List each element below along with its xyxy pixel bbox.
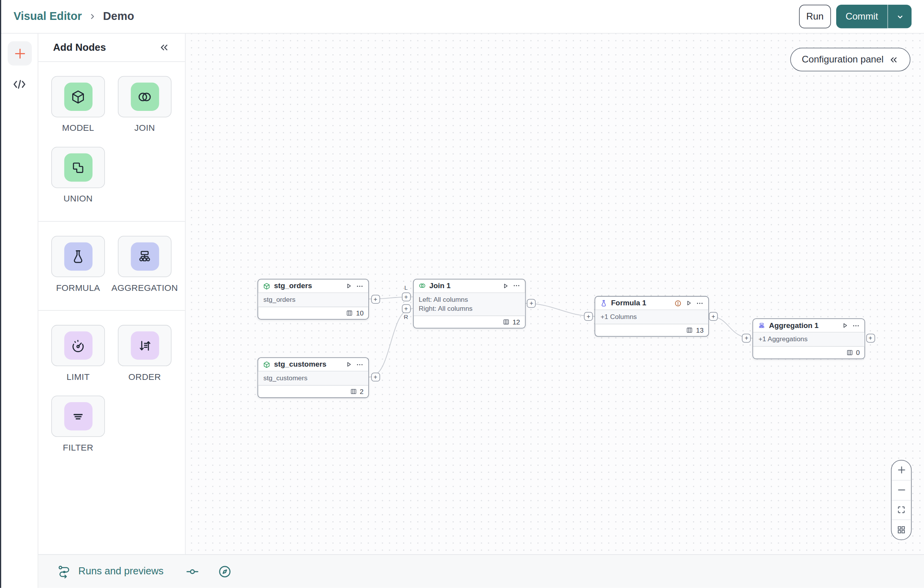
commit-button[interactable]: Commit (836, 5, 888, 28)
fit-view-icon (896, 505, 906, 515)
play-icon[interactable] (502, 282, 509, 289)
fit-view-button[interactable] (892, 500, 911, 520)
play-icon[interactable] (345, 282, 352, 289)
tile-group-transforms: FORMULA AGGREGATION (38, 222, 185, 311)
bottom-bar: Runs and previews (38, 554, 924, 588)
runs-and-previews-button[interactable]: Runs and previews (78, 565, 163, 577)
node-body: +1 Columns (595, 310, 708, 324)
formula-flask-icon (70, 249, 86, 265)
handle-join-right-in[interactable]: + (402, 304, 410, 313)
join-circles-icon (418, 282, 426, 290)
canvas-node-join-1[interactable]: Join 1 Left: All columns Right: All colu… (413, 279, 525, 328)
canvas-node-formula-1[interactable]: Formula 1 +1 Columns 13 (595, 296, 709, 337)
tile-aggregation[interactable]: AGGREGATION (118, 236, 171, 292)
filter-lines-icon (70, 408, 86, 424)
join-right-handle-label: R (402, 314, 410, 320)
add-nodes-panel: Add Nodes MODEL JOIN (38, 34, 186, 554)
tile-label: JOIN (134, 123, 155, 133)
handle-stg-customers-out[interactable]: + (371, 372, 380, 381)
tile-label: ORDER (128, 371, 161, 381)
node-menu-icon[interactable] (696, 299, 704, 307)
commit-node-icon[interactable] (185, 565, 199, 578)
node-menu-icon[interactable] (512, 282, 520, 290)
node-footer: 0 (753, 347, 864, 358)
canvas-node-stg-orders[interactable]: stg_orders stg_orders 10 (258, 279, 369, 319)
node-menu-icon[interactable] (852, 322, 860, 330)
code-view-button[interactable] (7, 76, 32, 93)
visual-editor-app: Visual Editor Demo Run Commit Add Nodes (0, 0, 924, 588)
join-right-config: Right: All columns (419, 304, 519, 313)
commit-dropdown-button[interactable] (887, 5, 912, 28)
add-nodes-title: Add Nodes (53, 41, 106, 53)
handle-aggregation-in[interactable]: + (742, 334, 751, 343)
canvas-node-aggregation-1[interactable]: Aggregation 1 +1 Aggregations 0 (753, 319, 865, 359)
compass-icon[interactable] (217, 564, 232, 579)
tile-order[interactable]: ORDER (118, 325, 171, 381)
node-footer: 2 (258, 386, 368, 397)
order-sort-icon (137, 338, 153, 354)
plus-icon (12, 46, 27, 61)
warning-icon[interactable] (674, 299, 682, 307)
handle-formula-in[interactable]: + (584, 312, 593, 321)
node-body: Left: All columns Right: All columns (413, 293, 524, 316)
tile-group-refinements: LIMIT ORDER FILTER (38, 311, 185, 470)
node-menu-icon[interactable] (356, 282, 364, 290)
node-title: stg_customers (274, 360, 326, 369)
columns-icon (350, 388, 357, 395)
handle-stg-orders-out[interactable]: + (371, 294, 380, 303)
chevron-double-left-icon (889, 55, 899, 65)
aggregation-tree-icon (758, 322, 766, 330)
model-cube-icon (70, 89, 86, 105)
collapse-panel-button[interactable] (158, 42, 170, 53)
flow-canvas[interactable]: Configuration panel stg_orders stg_order… (186, 34, 924, 554)
zoom-out-button[interactable] (892, 480, 911, 500)
node-footer: 10 (258, 307, 368, 319)
breadcrumb-chevron-icon (88, 12, 96, 21)
add-button[interactable] (8, 41, 32, 66)
join-left-config: Left: All columns (419, 295, 519, 304)
aggregation-tree-icon (137, 249, 153, 265)
tile-formula[interactable]: FORMULA (51, 236, 105, 292)
play-icon[interactable] (685, 299, 692, 306)
join-circles-icon (137, 89, 153, 105)
node-body: stg_customers (258, 371, 368, 385)
handle-formula-out[interactable]: + (709, 312, 718, 321)
node-menu-icon[interactable] (356, 360, 364, 368)
code-icon (12, 78, 27, 91)
configuration-panel-button[interactable]: Configuration panel (790, 48, 910, 71)
chevron-double-left-icon (158, 42, 170, 53)
commit-button-group: Commit (836, 5, 912, 28)
node-title: stg_orders (274, 282, 312, 290)
canvas-node-stg-customers[interactable]: stg_customers stg_customers 2 (258, 357, 369, 398)
column-count: 0 (856, 349, 860, 356)
zoom-in-button[interactable] (892, 460, 911, 479)
tile-union[interactable]: UNION (51, 147, 105, 203)
plus-icon (896, 465, 906, 476)
top-bar: Visual Editor Demo Run Commit (0, 0, 924, 34)
node-title: Join 1 (429, 282, 451, 290)
grid-icon (896, 525, 906, 535)
tile-join[interactable]: JOIN (118, 76, 171, 133)
tile-filter[interactable]: FILTER (51, 396, 105, 452)
tile-label: FILTER (63, 442, 93, 453)
union-squares-icon (70, 160, 86, 176)
breadcrumb-visual-editor[interactable]: Visual Editor (14, 10, 82, 23)
tile-label: FORMULA (56, 282, 100, 292)
tile-limit[interactable]: LIMIT (51, 325, 105, 381)
play-icon[interactable] (842, 322, 849, 329)
handle-aggregation-out[interactable]: + (866, 334, 875, 343)
columns-icon (503, 318, 510, 325)
handle-join-left-in[interactable]: + (402, 292, 410, 301)
model-cube-icon (263, 282, 271, 290)
configuration-panel-label: Configuration panel (802, 54, 884, 65)
add-nodes-header: Add Nodes (38, 34, 185, 62)
node-title: Aggregation 1 (769, 321, 819, 330)
play-icon[interactable] (345, 361, 352, 368)
run-button[interactable]: Run (799, 5, 831, 28)
tile-model[interactable]: MODEL (51, 76, 105, 133)
layout-grid-button[interactable] (892, 520, 911, 540)
formula-flask-icon (600, 299, 608, 307)
tile-group-sources: MODEL JOIN UNION (38, 62, 185, 222)
node-footer: 12 (413, 316, 524, 328)
handle-join-out[interactable]: + (527, 299, 536, 308)
